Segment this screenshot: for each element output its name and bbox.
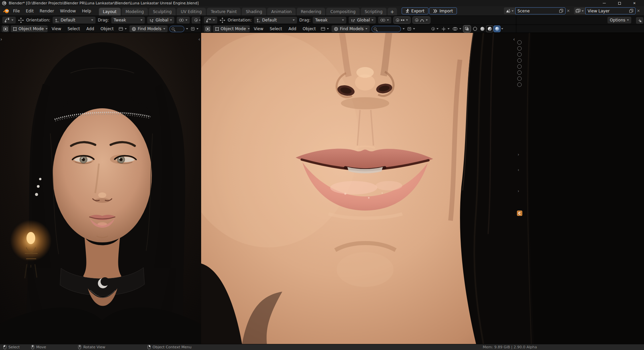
move-tool-icon[interactable] [220,17,225,23]
scene-name-field[interactable]: Scene [515,7,566,14]
tool-icon[interactable] [517,82,522,87]
wireframe-shading-button[interactable] [472,26,478,32]
menu-help[interactable]: Help [79,8,94,14]
model-search-input[interactable] [371,26,401,32]
tab-shading[interactable]: Shading [242,8,266,15]
active-tool-dropdown[interactable] [2,17,16,23]
menu-render[interactable]: Render [37,8,57,14]
mode-dropdown[interactable]: Object Mode [11,25,48,32]
tab-compositing[interactable]: Compositing [326,8,359,15]
solid-shading-button[interactable] [479,26,485,32]
find-models-dropdown[interactable]: Find Models [129,25,168,32]
add-workspace-button[interactable]: + [388,8,397,15]
tool-icon[interactable] [517,70,522,75]
tab-animation[interactable]: Animation [267,8,296,15]
menu-add[interactable]: Add [84,26,97,32]
tool-icon[interactable] [517,46,522,51]
proportional-editing-group[interactable] [394,17,410,23]
tool-icon[interactable] [517,58,522,63]
import-button[interactable]: Import [429,7,457,14]
drag-dropdown[interactable]: Tweak [111,17,145,23]
tab-texture-paint[interactable]: Texture Paint [207,8,241,15]
drag-dropdown[interactable]: Tweak [313,17,346,23]
tool-settings-corner-button[interactable] [636,17,643,24]
tool-icon[interactable] [517,76,522,81]
active-tool-dropdown[interactable] [204,17,217,23]
minimize-button[interactable] [597,0,612,6]
header-extra-dropdown[interactable] [406,25,416,32]
editor-type-button[interactable] [2,25,9,32]
header-extra-dropdown[interactable] [190,25,199,32]
toolbar-expand-arrow[interactable]: › [0,37,2,42]
menu-select[interactable]: Select [65,26,82,32]
transform-orientation-dropdown[interactable]: Global [349,17,376,23]
menu-object[interactable]: Object [300,26,318,32]
snapping-dropdown[interactable] [177,17,190,23]
shading-options-chevron[interactable] [501,28,503,30]
menu-file[interactable]: File [10,8,23,14]
rendered-shading-button[interactable] [494,26,500,32]
menu-select[interactable]: Select [267,26,284,32]
tool-icon[interactable] [517,64,522,69]
viewport-3d-right[interactable]: › ‹ [201,33,516,344]
copy-icon[interactable] [559,9,563,13]
close-button[interactable]: ✕ [627,0,642,6]
viewport-splitter[interactable] [201,25,201,33]
blender-logo-icon[interactable] [3,8,10,14]
xray-toggle[interactable] [463,25,471,32]
mode-dropdown[interactable]: Object Mode [213,25,250,32]
tab-sculpting[interactable]: Sculpting [149,8,176,15]
tab-uv-editing[interactable]: UV Editing [177,8,206,15]
collection-badge[interactable]: C [517,211,522,216]
proportional-falloff-group[interactable] [413,17,430,23]
proportional-editing-group[interactable] [192,17,200,23]
transform-orientation-dropdown[interactable]: Global [147,17,174,23]
viewport-splitter[interactable] [516,16,516,24]
tool-icon[interactable] [517,52,522,57]
tool-options-button[interactable]: Options [607,17,631,23]
material-shading-button[interactable] [486,26,493,32]
view-layer-remove-button[interactable]: ✕ [636,9,641,13]
search-options-chevron[interactable] [403,28,405,30]
toolbar-expand-arrow[interactable]: › [202,37,204,42]
viewport-3d-left[interactable]: › ‹ [0,33,201,344]
overlays-dropdown[interactable] [452,25,462,32]
scene-unlink-button[interactable]: ✕ [566,9,571,13]
menu-view[interactable]: View [49,26,63,32]
copy-icon[interactable] [629,9,633,13]
model-search-input[interactable] [169,26,184,32]
tool-icon[interactable] [517,40,522,45]
viewport-splitter[interactable] [516,25,516,33]
maximize-button[interactable] [612,0,627,6]
menu-add[interactable]: Add [286,26,299,32]
menu-view[interactable]: View [251,26,266,32]
menu-object[interactable]: Object [98,26,116,32]
tab-rendering[interactable]: Rendering [297,8,325,15]
menu-edit[interactable]: Edit [23,8,37,14]
panel-expand-arrow[interactable]: › [518,152,519,157]
menu-window[interactable]: Window [57,8,79,14]
pivot-point-dropdown[interactable] [430,25,440,32]
tab-layout[interactable]: Layout [99,8,121,15]
editor-type-button[interactable] [204,25,211,32]
panel-expand-arrow[interactable]: › [518,189,519,193]
side-editor-strip[interactable]: › ‹ › C [516,33,644,344]
gizmo-dropdown[interactable] [441,25,451,32]
panel-expand-arrow[interactable]: ‹ [518,168,519,172]
tab-scripting[interactable]: Scripting [361,8,387,15]
scene-browse-button[interactable] [504,7,515,14]
move-tool-icon[interactable] [18,17,24,23]
orientation-dropdown[interactable]: Default [53,17,96,23]
find-models-dropdown[interactable]: Find Models [332,25,370,32]
view-layer-browse-button[interactable] [574,7,585,14]
snapping-dropdown[interactable] [378,17,391,23]
view-layer-name-field[interactable]: View Layer [585,7,636,14]
mode-transfer-dropdown[interactable] [118,25,128,32]
search-options-chevron[interactable] [186,28,188,30]
export-button[interactable]: Export [402,7,428,14]
orientation-dropdown[interactable]: Default [254,17,297,23]
sidebar-expand-arrow[interactable]: ‹ [198,37,200,42]
mode-transfer-dropdown[interactable] [320,25,330,32]
sidebar-expand-arrow[interactable]: ‹ [513,37,515,42]
viewport-splitter[interactable] [201,16,201,24]
